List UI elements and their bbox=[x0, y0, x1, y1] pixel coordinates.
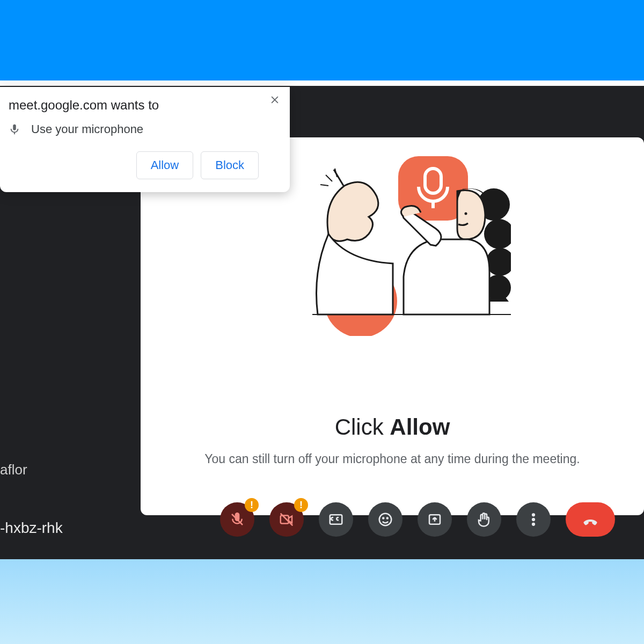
close-button[interactable] bbox=[267, 92, 282, 107]
reactions-button[interactable] bbox=[368, 502, 402, 537]
captions-button[interactable] bbox=[319, 502, 353, 537]
svg-point-24 bbox=[532, 523, 535, 525]
permission-prompt: meet.google.com wants to Use your microp… bbox=[0, 87, 290, 192]
more-vertical-icon bbox=[525, 511, 541, 528]
svg-line-10 bbox=[326, 175, 332, 181]
permission-title: meet.google.com wants to bbox=[9, 98, 278, 113]
svg-point-6 bbox=[484, 219, 511, 249]
camera-off-icon bbox=[279, 511, 295, 528]
hand-icon bbox=[476, 511, 492, 528]
present-icon bbox=[427, 511, 443, 528]
camera-toggle-button[interactable]: ! bbox=[269, 502, 304, 537]
warning-badge: ! bbox=[294, 498, 308, 512]
svg-line-12 bbox=[320, 185, 328, 186]
present-button[interactable] bbox=[418, 502, 452, 537]
browser-chrome-strip bbox=[0, 80, 644, 86]
panel-title: Click Allow bbox=[141, 414, 644, 440]
block-button[interactable]: Block bbox=[201, 151, 259, 179]
allow-illustration bbox=[296, 153, 511, 336]
more-options-button[interactable] bbox=[516, 502, 551, 537]
raise-hand-button[interactable] bbox=[467, 502, 501, 537]
captions-icon bbox=[328, 511, 344, 528]
svg-point-23 bbox=[532, 518, 535, 521]
svg-point-9 bbox=[465, 213, 467, 215]
svg-point-22 bbox=[532, 514, 535, 516]
panel-description: You can still turn off your microphone a… bbox=[141, 452, 644, 466]
microphone-icon bbox=[9, 123, 20, 135]
svg-point-19 bbox=[383, 517, 384, 519]
allow-microphone-panel: Click Allow You can still turn off your … bbox=[141, 137, 644, 515]
hangup-icon bbox=[582, 511, 598, 528]
meet-toolbar: ! ! bbox=[220, 502, 615, 537]
permission-request-row: Use your microphone bbox=[9, 122, 278, 136]
permission-request-text: Use your microphone bbox=[31, 122, 143, 136]
svg-point-20 bbox=[386, 517, 388, 519]
desktop-background-top bbox=[0, 0, 644, 83]
panel-title-bold: Allow bbox=[390, 414, 450, 440]
end-call-button[interactable] bbox=[566, 502, 615, 537]
participant-name: aflor bbox=[0, 462, 27, 478]
desktop-background-bottom bbox=[0, 558, 644, 644]
panel-title-pre: Click bbox=[335, 414, 390, 440]
close-icon bbox=[269, 94, 280, 105]
mic-toggle-button[interactable]: ! bbox=[220, 502, 254, 537]
meeting-code: -hxbz-rhk bbox=[0, 519, 63, 537]
svg-point-18 bbox=[379, 514, 392, 526]
mic-off-icon bbox=[229, 511, 245, 528]
permission-buttons: Allow Block bbox=[9, 151, 278, 179]
warning-badge: ! bbox=[245, 498, 259, 512]
allow-button[interactable]: Allow bbox=[136, 151, 194, 179]
emoji-icon bbox=[377, 511, 393, 528]
